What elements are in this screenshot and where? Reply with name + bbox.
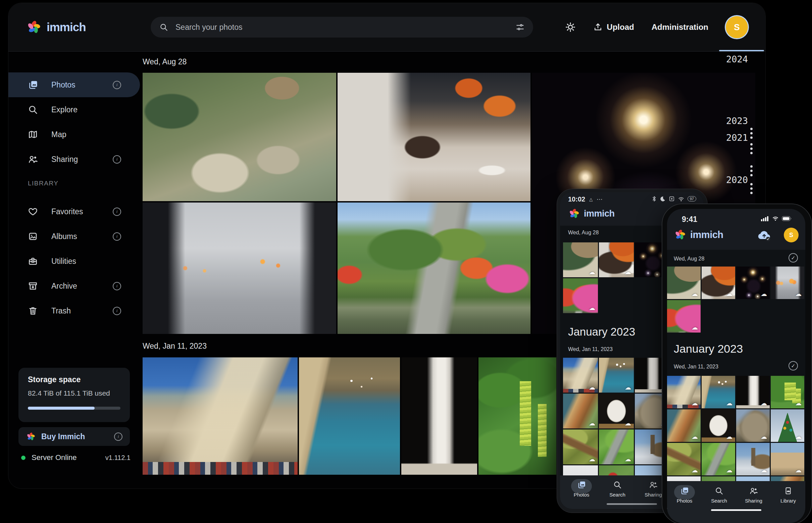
scrubber-tick (750, 152, 753, 154)
tab-search[interactable]: Search (702, 486, 737, 504)
sidebar-label: Map (51, 130, 66, 139)
photo-monkeys-jungle[interactable] (563, 242, 598, 277)
user-avatar[interactable]: S (784, 228, 799, 242)
info-icon[interactable]: i (113, 282, 121, 290)
tab-photos[interactable]: Photos (564, 481, 599, 498)
date-group-header: Wed, Aug 28 (568, 230, 599, 236)
photo-autumn-path[interactable] (563, 278, 598, 313)
storage-card: Storage space 82.4 TiB of 115.1 TiB used (18, 368, 130, 422)
photo-beach-cliff[interactable] (667, 409, 701, 442)
sidebar-item-explore[interactable]: Explore (8, 97, 140, 122)
photo-holding-hands[interactable] (143, 202, 336, 334)
photo-christmas-tree[interactable] (771, 409, 804, 442)
scrubber-year[interactable]: 2020 (726, 175, 748, 185)
battery-icon (782, 216, 792, 221)
wifi-icon (678, 196, 685, 202)
select-all-check-icon[interactable]: ✓ (789, 253, 798, 263)
home-indicator[interactable] (711, 509, 761, 511)
tab-label: Library (780, 498, 796, 504)
phone1-statusbar-left: 10:02 △ ⋯ (568, 196, 602, 203)
photo-monkeys-jungle[interactable] (143, 73, 336, 201)
photo-monkeys-jungle[interactable] (667, 267, 701, 299)
tab-sharing[interactable]: Sharing (736, 486, 771, 504)
sidebar-item-trash[interactable]: Trash i (8, 299, 140, 323)
sidebar-label: Favorites (51, 207, 83, 216)
date-group-header: Wed, Jan 11, 2023 (568, 346, 613, 353)
info-icon[interactable]: i (113, 81, 121, 89)
photo-holding-hands[interactable] (771, 267, 804, 299)
photo-fortress-wall[interactable] (667, 376, 701, 408)
photo-marble-sculpture[interactable] (599, 394, 634, 429)
archive-icon (28, 281, 38, 291)
tab-photos[interactable]: Photos (667, 486, 702, 504)
select-all-check-icon[interactable]: ✓ (789, 361, 798, 371)
immich-marketing-screenshot: immich (0, 0, 812, 523)
buy-immich-label: Buy Immich (41, 432, 109, 441)
search-filters-icon[interactable] (516, 23, 524, 32)
sidebar: Photos i Explore Map (8, 52, 143, 488)
brand[interactable]: immich (26, 19, 86, 35)
scrubber-tick (750, 174, 753, 176)
sidebar-item-favorites[interactable]: Favorites i (8, 199, 140, 224)
upload-button[interactable]: Upload (593, 22, 634, 32)
photo-autumn-path[interactable] (338, 202, 531, 334)
immich-logo-icon (568, 208, 580, 220)
scrubber-tick (750, 128, 753, 130)
tab-search[interactable]: Search (600, 481, 635, 498)
scrubber-tick (750, 143, 753, 145)
info-icon[interactable]: i (113, 232, 121, 241)
photo-green-berries[interactable] (479, 357, 556, 475)
status-more-icon: ⋯ (597, 196, 602, 203)
info-icon[interactable]: i (113, 155, 121, 164)
photo-lizard[interactable] (667, 443, 701, 475)
sidebar-item-photos[interactable]: Photos i (8, 72, 140, 97)
photo-lizard[interactable] (563, 430, 598, 464)
photo-green-berries[interactable] (771, 376, 804, 408)
tab-library[interactable]: Library (771, 486, 805, 504)
home-indicator[interactable] (607, 503, 657, 505)
brand-wordmark: immich (47, 20, 86, 34)
date-group-header: Wed, Aug 28 (674, 256, 704, 262)
theme-toggle-sun-icon[interactable] (565, 22, 576, 33)
scrubber-year[interactable]: 2023 (726, 116, 748, 126)
sidebar-item-albums[interactable]: Albums i (8, 224, 140, 249)
photo-beach-cliff[interactable] (563, 394, 598, 429)
status-alarm-icon: △ (589, 197, 592, 202)
sidebar-item-utilities[interactable]: Utilities (8, 249, 140, 274)
phone1-brand: immich (568, 208, 615, 220)
sidebar-label: Utilities (51, 257, 76, 266)
buy-immich-button[interactable]: Buy Immich i (18, 427, 130, 446)
top-navbar: immich (8, 3, 765, 52)
sidebar-item-archive[interactable]: Archive i (8, 274, 140, 299)
sidebar-item-map[interactable]: Map (8, 122, 140, 147)
info-icon[interactable]: i (113, 208, 121, 216)
sidebar-label: Sharing (51, 155, 78, 164)
photo-lizard-moss[interactable] (599, 430, 634, 464)
photo-coastal-tower[interactable] (299, 357, 400, 475)
info-icon[interactable]: i (114, 432, 122, 441)
timeline-scrubber[interactable]: 2024 2023 2021 2020 (719, 3, 765, 488)
scrubber-tick (750, 165, 753, 168)
moon-dnd-icon (660, 196, 666, 202)
administration-label: Administration (652, 22, 708, 32)
photo-fortress-wall[interactable] (143, 357, 298, 475)
scrubber-year[interactable]: 2024 (726, 54, 748, 65)
photo-marble-bust[interactable] (401, 357, 477, 475)
storage-usage: 82.4 TiB of 115.1 TiB used (28, 389, 110, 397)
photo-fortress-wall[interactable] (563, 358, 598, 393)
photo-dinner-table[interactable] (338, 73, 531, 201)
photo-autumn-path[interactable] (667, 300, 701, 332)
administration-link[interactable]: Administration (652, 22, 708, 32)
upload-icon (593, 22, 603, 32)
photo-old-house[interactable] (771, 443, 804, 475)
photo-coastal-tower[interactable] (599, 358, 634, 393)
search-input[interactable] (175, 22, 516, 32)
scrubber-tick (750, 187, 753, 190)
info-icon[interactable]: i (113, 307, 121, 315)
map-icon (28, 129, 38, 140)
tab-label: Search (711, 498, 727, 504)
search-bar[interactable] (151, 17, 533, 38)
photo-dinner-table[interactable] (599, 242, 634, 277)
sidebar-item-sharing[interactable]: Sharing i (8, 147, 140, 172)
scrubber-year[interactable]: 2021 (726, 132, 748, 143)
